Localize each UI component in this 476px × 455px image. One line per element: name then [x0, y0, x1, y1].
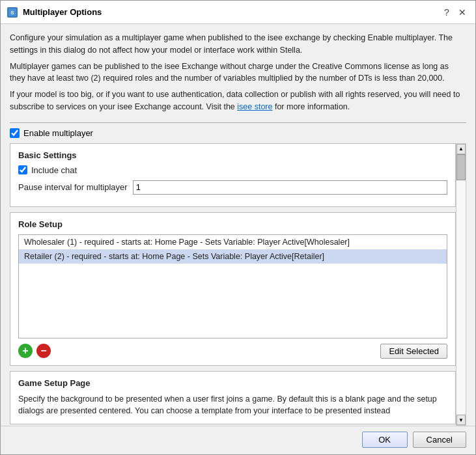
cancel-button[interactable]: Cancel: [413, 432, 466, 448]
role-setup-title: Role Setup: [18, 219, 447, 229]
role-setup-section: Role Setup Wholesaler (1) - required - s…: [10, 212, 456, 366]
ok-button[interactable]: OK: [362, 432, 408, 448]
role-item-retailer[interactable]: Retailer (2) - required - starts at: Hom…: [19, 249, 447, 264]
desc-para2: Multiplayer games can be published to th…: [10, 61, 466, 85]
scrollbar-space: [456, 180, 466, 415]
add-role-button[interactable]: +: [18, 344, 33, 358]
include-chat-checkbox[interactable]: [18, 165, 27, 174]
role-actions: + − Edit Selected: [18, 344, 447, 359]
enable-multiplayer-row: Enable multiplayer: [10, 128, 466, 138]
role-list: Wholesaler (1) - required - starts at: H…: [18, 234, 447, 338]
dialog-body: Configure your simulation as a multiplay…: [1, 24, 475, 426]
title-bar: S Multiplayer Options ? ✕: [1, 1, 475, 24]
desc-para3-prefix: If your model is too big, or if you want…: [10, 90, 460, 111]
isee-store-link[interactable]: isee store: [237, 102, 272, 111]
separator-1: [10, 122, 466, 123]
basic-settings-section: Basic Settings Include chat Pause interv…: [10, 143, 456, 207]
desc-para1: Configure your simulation as a multiplay…: [10, 32, 466, 57]
basic-settings-title: Basic Settings: [18, 150, 447, 160]
role-icon-buttons: + −: [18, 344, 51, 358]
role-item-wholesaler[interactable]: Wholesaler (1) - required - starts at: H…: [19, 235, 447, 249]
include-chat-label: Include chat: [31, 165, 77, 175]
help-button[interactable]: ?: [440, 6, 453, 19]
scrollable-area: Basic Settings Include chat Pause interv…: [10, 143, 466, 426]
svg-text:S: S: [10, 10, 14, 16]
scrollbar-thumb[interactable]: [456, 154, 466, 180]
close-button[interactable]: ✕: [456, 6, 469, 19]
desc-para3-suffix: for more information.: [272, 102, 350, 111]
enable-multiplayer-checkbox[interactable]: [10, 128, 20, 138]
scrollbar-down-button[interactable]: ▼: [456, 415, 466, 425]
desc-para3: If your model is too big, or if you want…: [10, 89, 466, 113]
title-bar-controls: ? ✕: [440, 6, 469, 19]
game-setup-section: Game Setup Page Specify the background t…: [10, 371, 456, 425]
app-icon: S: [7, 7, 18, 18]
pause-interval-label: Pause interval for multiplayer: [18, 182, 128, 192]
scroll-content: Basic Settings Include chat Pause interv…: [10, 143, 456, 426]
enable-multiplayer-label: Enable multiplayer: [23, 128, 93, 138]
pause-interval-row: Pause interval for multiplayer: [18, 180, 447, 195]
game-setup-description: Specify the background to be presented w…: [18, 393, 447, 418]
remove-role-button[interactable]: −: [36, 344, 51, 358]
dialog-footer: OK Cancel: [1, 426, 475, 454]
scrollbar: ▲ ▼: [456, 143, 466, 426]
multiplayer-options-dialog: S Multiplayer Options ? ✕ Configure your…: [0, 0, 476, 455]
scrollbar-up-button[interactable]: ▲: [456, 144, 466, 154]
edit-selected-button[interactable]: Edit Selected: [380, 344, 447, 359]
dialog-title: Multiplayer Options: [23, 7, 440, 17]
pause-interval-input[interactable]: [133, 180, 447, 195]
game-setup-title: Game Setup Page: [18, 378, 447, 388]
include-chat-row: Include chat: [18, 165, 447, 175]
